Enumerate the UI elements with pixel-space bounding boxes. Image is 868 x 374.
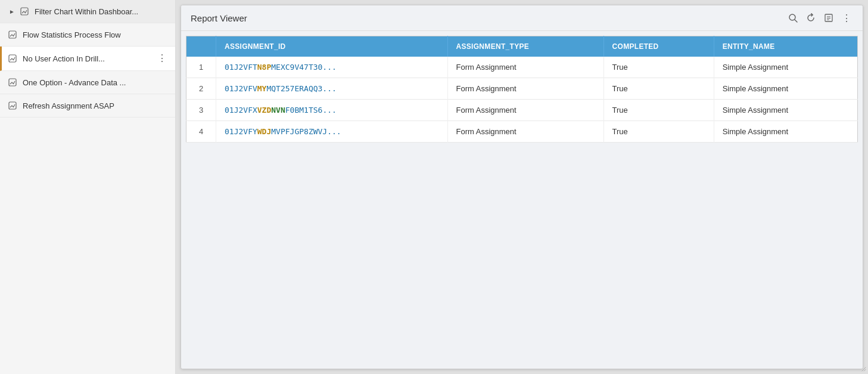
- col-header-rownum: [186, 36, 216, 57]
- more-options-button[interactable]: ⋮: [156, 52, 168, 64]
- data-table: ASSIGNMENT_ID ASSIGNMENT_TYPE COMPLETED …: [186, 36, 858, 143]
- sidebar-item-filter-chart[interactable]: ► Filter Chart Within Dashboar...: [0, 0, 175, 23]
- cell-completed: True: [603, 57, 714, 78]
- export-action-icon[interactable]: [822, 11, 835, 24]
- cell-assignment-id: 01J2VFVMYMQT257ERAQQ3...: [216, 78, 448, 100]
- cell-assignment-type: Form Assignment: [447, 57, 603, 78]
- cell-row-num: 4: [186, 121, 216, 143]
- svg-rect-3: [9, 79, 16, 86]
- cell-assignment-id: 01J2VFTN8PMEXC9V47T30...: [216, 57, 448, 78]
- sidebar-item-label-filter-chart: Filter Chart Within Dashboar...: [35, 7, 168, 16]
- sidebar-item-label-flow-statistics: Flow Statistics Process Flow: [23, 30, 168, 39]
- svg-rect-4: [9, 102, 16, 109]
- edit-icon-5: [7, 100, 18, 111]
- cell-entity-name: Simple Assignment: [714, 100, 857, 121]
- svg-line-6: [795, 20, 797, 22]
- edit-icon-3: [7, 53, 18, 64]
- resize-handle[interactable]: [860, 366, 863, 369]
- col-header-assignment-type: ASSIGNMENT_TYPE: [447, 36, 603, 57]
- cell-assignment-id: 01J2VFYWDJMVPFJGP8ZWVJ...: [216, 121, 448, 143]
- sidebar-item-flow-statistics[interactable]: Flow Statistics Process Flow: [0, 23, 175, 47]
- cell-assignment-type: Form Assignment: [447, 100, 603, 121]
- table-row: 201J2VFVMYMQT257ERAQQ3...Form Assignment…: [186, 78, 858, 100]
- table-header-row: ASSIGNMENT_ID ASSIGNMENT_TYPE COMPLETED …: [186, 36, 858, 57]
- cell-assignment-id: 01J2VFXVZDNVNF0BM1TS6...: [216, 100, 448, 121]
- svg-rect-2: [9, 55, 16, 62]
- cell-completed: True: [603, 121, 714, 143]
- edit-icon-2: [7, 29, 18, 40]
- edit-icon-4: [7, 77, 18, 88]
- main-content: Report Viewer: [176, 0, 868, 374]
- sidebar-item-label-no-user-action: No User Action In Drill...: [23, 54, 156, 63]
- table-row: 401J2VFYWDJMVPFJGP8ZWVJ...Form Assignmen…: [186, 121, 858, 143]
- cell-row-num: 1: [186, 57, 216, 78]
- report-viewer-actions: ⋮: [786, 11, 853, 24]
- sidebar-item-one-option[interactable]: One Option - Advance Data ...: [0, 71, 175, 94]
- col-header-entity-name: ENTITY_NAME: [714, 36, 857, 57]
- sidebar-item-label-refresh-assignment: Refresh Assignment ASAP: [23, 101, 168, 110]
- cell-entity-name: Simple Assignment: [714, 57, 857, 78]
- cell-assignment-type: Form Assignment: [447, 121, 603, 143]
- report-body: ASSIGNMENT_ID ASSIGNMENT_TYPE COMPLETED …: [181, 31, 863, 369]
- cell-entity-name: Simple Assignment: [714, 78, 857, 100]
- collapse-arrow-icon: ►: [7, 7, 17, 16]
- edit-icon: [19, 6, 30, 17]
- sidebar-item-label-one-option: One Option - Advance Data ...: [23, 78, 168, 87]
- sidebar: ► Filter Chart Within Dashboar... Flow S…: [0, 0, 176, 374]
- sidebar-item-no-user-action[interactable]: No User Action In Drill... ⋮: [0, 47, 175, 71]
- table-row: 101J2VFTN8PMEXC9V47T30...Form Assignment…: [186, 57, 858, 78]
- refresh-action-icon[interactable]: [804, 11, 817, 24]
- col-header-completed: COMPLETED: [603, 36, 714, 57]
- more-actions-icon[interactable]: ⋮: [840, 11, 853, 24]
- cell-entity-name: Simple Assignment: [714, 121, 857, 143]
- report-viewer-panel: Report Viewer: [181, 5, 863, 369]
- report-viewer-header: Report Viewer: [181, 5, 863, 31]
- svg-rect-1: [9, 31, 16, 38]
- cell-assignment-type: Form Assignment: [447, 78, 603, 100]
- search-action-icon[interactable]: [786, 11, 799, 24]
- cell-row-num: 2: [186, 78, 216, 100]
- sidebar-item-refresh-assignment[interactable]: Refresh Assignment ASAP: [0, 94, 175, 118]
- cell-row-num: 3: [186, 100, 216, 121]
- table-row: 301J2VFXVZDNVNF0BM1TS6...Form Assignment…: [186, 100, 858, 121]
- cell-completed: True: [603, 100, 714, 121]
- report-viewer-title: Report Viewer: [191, 13, 247, 23]
- col-header-assignment-id: ASSIGNMENT_ID: [216, 36, 448, 57]
- cell-completed: True: [603, 78, 714, 100]
- svg-rect-0: [21, 8, 28, 15]
